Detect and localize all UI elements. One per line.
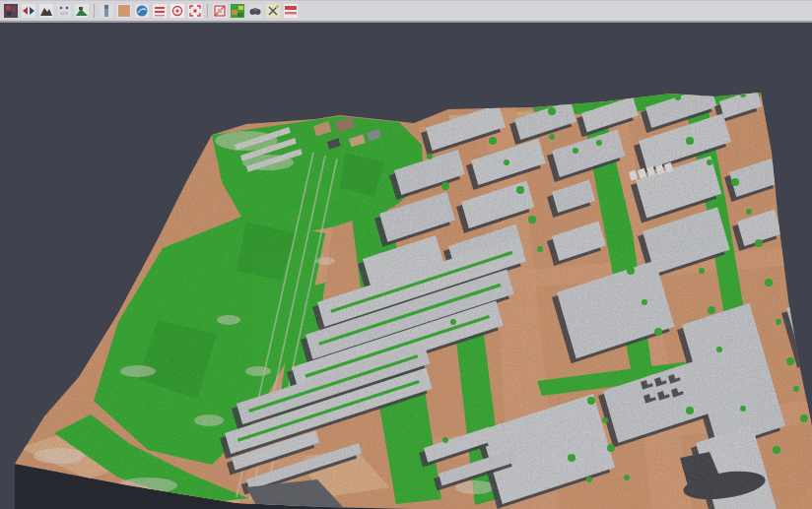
center-target-button[interactable] — [169, 3, 185, 19]
classify-palette-button[interactable] — [3, 3, 19, 19]
surface-view-button[interactable] — [74, 3, 90, 19]
point-select-button[interactable] — [56, 3, 72, 19]
measure-rows-button[interactable] — [283, 3, 299, 19]
clip-region-button[interactable] — [212, 3, 228, 19]
profile-tool-button[interactable] — [99, 3, 114, 19]
layer-list-icon — [153, 4, 167, 18]
globe-view-button[interactable] — [134, 3, 150, 19]
split-move-icon — [22, 4, 35, 18]
viewport-3d[interactable] — [0, 25, 812, 509]
ortho-view-button[interactable] — [116, 3, 132, 19]
classification-colors-icon — [231, 4, 244, 18]
measure-rows-icon — [284, 4, 298, 18]
main-toolbar — [0, 0, 812, 23]
profile-tool-icon — [100, 4, 113, 18]
terrain-dem-button[interactable] — [38, 3, 54, 19]
toolbar-separator — [207, 4, 208, 18]
selection-box-icon — [188, 4, 202, 18]
app-window — [0, 0, 812, 509]
terrain-features — [0, 25, 812, 509]
toolbar-separator — [94, 4, 95, 18]
surface-view-icon — [75, 4, 89, 18]
bare-ground-patch — [77, 314, 104, 326]
pointcloud-noise-light — [0, 25, 812, 509]
clip-region-icon — [213, 4, 227, 18]
stereo-camera-button[interactable] — [247, 3, 263, 19]
delete-marks-button[interactable] — [265, 3, 281, 19]
stereo-camera-icon — [248, 4, 262, 18]
delete-marks-icon — [266, 4, 280, 18]
point-select-icon — [57, 4, 71, 18]
globe-view-icon — [135, 4, 149, 18]
center-target-icon — [170, 4, 184, 18]
selection-box-button[interactable] — [187, 3, 203, 19]
classification-colors-button[interactable] — [230, 3, 245, 19]
classify-palette-icon — [4, 4, 18, 18]
point-cloud-scene — [0, 25, 812, 509]
split-move-button[interactable] — [21, 3, 36, 19]
layer-list-button[interactable] — [152, 3, 168, 19]
terrain-dem-icon — [39, 4, 53, 18]
ortho-view-icon — [117, 4, 131, 18]
